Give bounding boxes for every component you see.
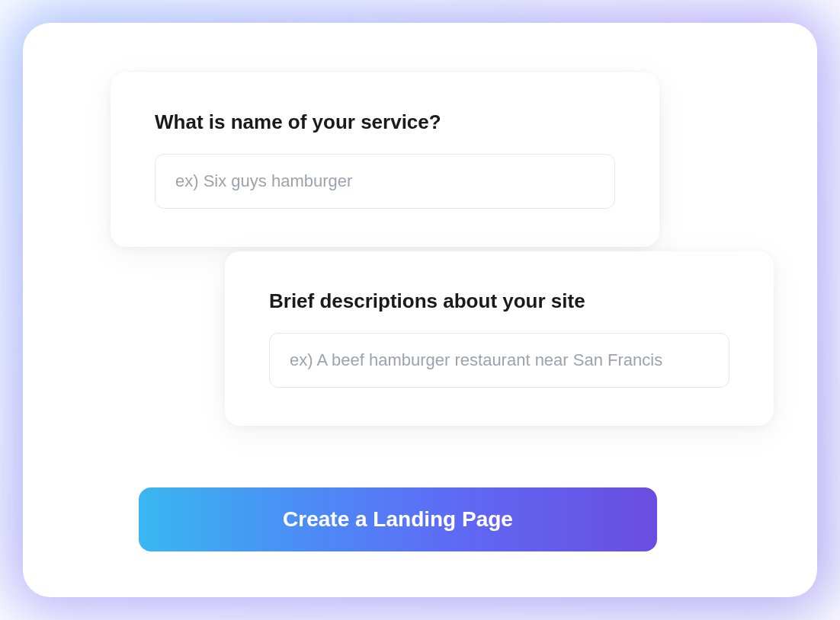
service-name-input[interactable] xyxy=(155,154,615,209)
service-name-label: What is name of your service? xyxy=(155,110,615,134)
description-input[interactable] xyxy=(269,333,729,388)
description-card: Brief descriptions about your site xyxy=(225,251,774,426)
description-label: Brief descriptions about your site xyxy=(269,289,729,313)
glow-wrapper: What is name of your service? Brief desc… xyxy=(23,23,817,597)
create-landing-page-button[interactable]: Create a Landing Page xyxy=(139,487,657,551)
service-name-card: What is name of your service? xyxy=(111,72,659,247)
main-container: What is name of your service? Brief desc… xyxy=(23,23,817,597)
